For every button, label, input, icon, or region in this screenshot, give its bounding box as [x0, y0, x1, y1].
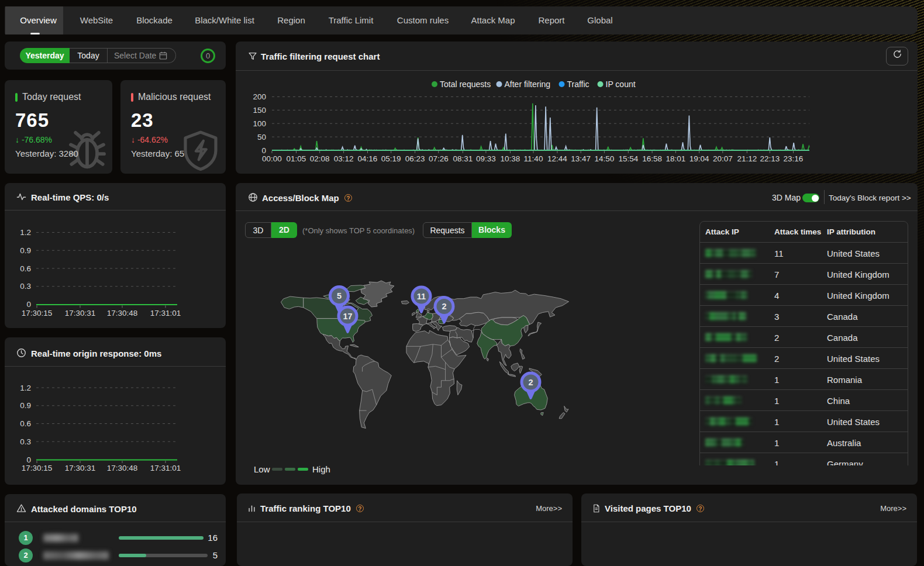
svg-text:22:13: 22:13 [760, 154, 780, 163]
svg-text:1.2: 1.2 [20, 384, 31, 392]
svg-text:11:40: 11:40 [524, 154, 543, 163]
svg-text:09:33: 09:33 [476, 154, 496, 163]
svg-text:05:19: 05:19 [381, 154, 401, 163]
svg-text:13:47: 13:47 [571, 154, 591, 163]
svg-text:19:04: 19:04 [689, 154, 709, 163]
svg-text:10:38: 10:38 [501, 154, 520, 163]
svg-text:0.3: 0.3 [20, 282, 31, 291]
svg-text:17:31:01: 17:31:01 [150, 309, 181, 317]
svg-text:17:30:31: 17:30:31 [65, 464, 96, 472]
svg-text:03:12: 03:12 [334, 154, 354, 163]
svg-text:17:30:48: 17:30:48 [107, 464, 138, 472]
svg-text:Total requests: Total requests [440, 80, 491, 89]
svg-text:5: 5 [337, 291, 342, 301]
svg-text:00:00: 00:00 [262, 154, 282, 163]
svg-text:12:44: 12:44 [547, 154, 567, 163]
svg-text:2: 2 [442, 302, 446, 311]
svg-text:After filtering: After filtering [505, 80, 551, 89]
svg-text:11: 11 [417, 292, 426, 301]
svg-text:17:30:15: 17:30:15 [22, 464, 53, 472]
svg-text:0: 0 [26, 455, 31, 464]
svg-text:17: 17 [343, 312, 352, 321]
svg-text:Traffic: Traffic [567, 80, 589, 89]
svg-text:0.9: 0.9 [20, 401, 31, 410]
svg-text:IP count: IP count [606, 80, 636, 89]
svg-text:06:23: 06:23 [405, 154, 425, 163]
svg-text:0.6: 0.6 [20, 419, 31, 428]
svg-text:100: 100 [253, 119, 266, 128]
svg-text:01:05: 01:05 [287, 154, 306, 163]
svg-text:0.6: 0.6 [20, 264, 31, 273]
svg-text:1.2: 1.2 [20, 228, 31, 237]
svg-text:0.3: 0.3 [20, 437, 31, 446]
svg-text:20:07: 20:07 [713, 154, 733, 163]
svg-text:08:31: 08:31 [453, 154, 473, 163]
svg-text:0: 0 [261, 146, 266, 155]
svg-text:04:16: 04:16 [358, 154, 378, 163]
svg-text:21:12: 21:12 [737, 154, 757, 163]
svg-text:16:58: 16:58 [642, 154, 662, 163]
svg-text:2: 2 [528, 378, 533, 387]
svg-text:0.9: 0.9 [20, 246, 31, 255]
svg-text:200: 200 [253, 92, 266, 101]
svg-text:15:54: 15:54 [618, 154, 638, 163]
svg-text:17:30:31: 17:30:31 [65, 309, 96, 317]
svg-text:50: 50 [257, 133, 266, 142]
svg-text:150: 150 [253, 106, 266, 115]
svg-text:07:26: 07:26 [429, 154, 449, 163]
svg-text:14:50: 14:50 [595, 154, 615, 163]
svg-text:23:16: 23:16 [784, 154, 804, 163]
svg-text:17:30:48: 17:30:48 [107, 309, 138, 317]
svg-text:02:08: 02:08 [310, 154, 330, 163]
svg-text:18:01: 18:01 [666, 154, 686, 163]
svg-text:17:31:01: 17:31:01 [150, 464, 181, 472]
svg-text:17:30:15: 17:30:15 [22, 309, 53, 317]
svg-text:0: 0 [26, 300, 31, 309]
